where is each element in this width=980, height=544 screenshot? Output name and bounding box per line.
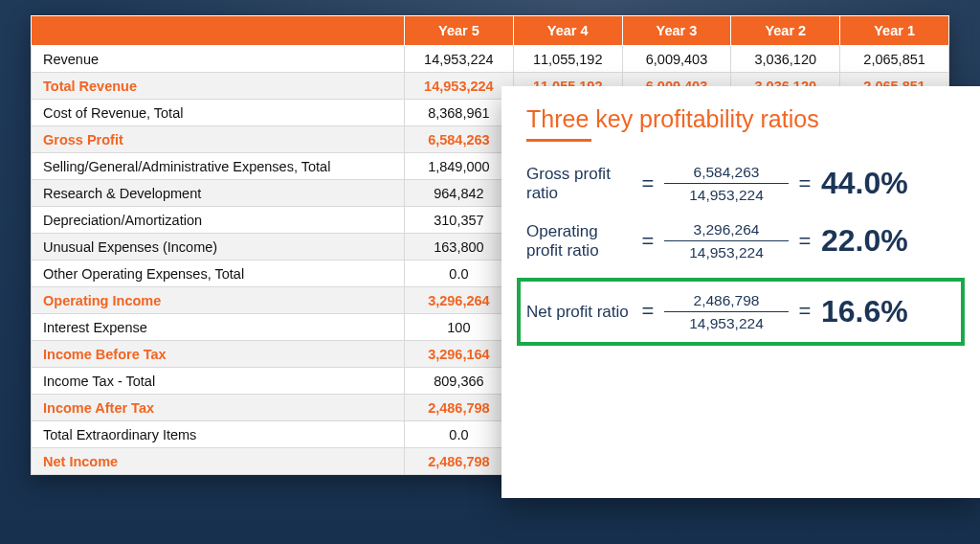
row-label: Net Income xyxy=(32,448,405,475)
equals-icon: = xyxy=(796,299,813,324)
fraction-bar xyxy=(664,240,789,241)
ratios-title: Three key profitability ratios xyxy=(526,105,955,133)
equals-icon: = xyxy=(796,171,813,196)
row-value: 163,800 xyxy=(405,234,514,261)
ratio-row: Operating profit ratio=3,296,26414,953,2… xyxy=(526,220,955,262)
ratio-numerator: 3,296,264 xyxy=(694,220,760,238)
row-value: 2,486,798 xyxy=(405,448,514,475)
ratio-row: Gross profit ratio=6,584,26314,953,224=4… xyxy=(526,163,955,205)
row-value: 1,849,000 xyxy=(405,153,514,180)
row-value: 964,842 xyxy=(405,180,514,207)
row-label: Cost of Revenue, Total xyxy=(32,100,405,126)
equals-icon: = xyxy=(639,171,657,196)
table-row: Revenue14,953,22411,055,1926,009,4033,03… xyxy=(32,46,949,73)
row-label: Income Tax - Total xyxy=(32,368,405,395)
row-value: 3,296,164 xyxy=(405,341,514,368)
ratios-card: Three key profitability ratios Gross pro… xyxy=(501,86,980,498)
ratio-numerator: 2,486,798 xyxy=(694,291,760,309)
row-label: Total Revenue xyxy=(32,73,405,100)
row-label: Depreciation/Amortization xyxy=(32,207,405,234)
row-label: Operating Income xyxy=(32,287,405,314)
row-label: Interest Expense xyxy=(32,314,405,341)
row-value: 100 xyxy=(405,314,514,341)
row-value: 809,366 xyxy=(405,368,514,395)
row-value: 6,584,263 xyxy=(405,126,514,153)
row-label: Selling/General/Administrative Expenses,… xyxy=(32,153,405,180)
row-value: 8,368,961 xyxy=(405,100,514,126)
ratio-fraction: 6,584,26314,953,224 xyxy=(664,163,789,205)
ratio-percent: 16.6% xyxy=(821,294,955,329)
ratio-label: Gross profit ratio xyxy=(526,165,632,202)
ratio-percent: 22.0% xyxy=(821,223,955,259)
table-header-year: Year 3 xyxy=(622,16,731,46)
ratio-fraction: 3,296,26414,953,224 xyxy=(664,220,789,262)
table-header: Year 5 Year 4 Year 3 Year 2 Year 1 xyxy=(32,16,949,46)
equals-icon: = xyxy=(639,299,657,324)
ratio-numerator: 6,584,263 xyxy=(694,163,760,181)
row-value: 2,065,851 xyxy=(840,46,949,73)
row-value: 14,953,224 xyxy=(405,73,514,100)
row-value: 0.0 xyxy=(405,261,514,287)
row-value: 3,036,120 xyxy=(731,46,840,73)
ratio-label: Operating profit ratio xyxy=(526,222,632,260)
table-header-year: Year 4 xyxy=(513,16,622,46)
fraction-bar xyxy=(664,183,789,184)
ratio-label: Net profit ratio xyxy=(526,303,632,322)
row-value: 310,357 xyxy=(405,207,514,234)
ratio-row: Net profit ratio=2,486,79814,953,224=16.… xyxy=(517,278,965,347)
row-label: Total Extraordinary Items xyxy=(32,421,405,448)
row-value: 2,486,798 xyxy=(405,395,514,421)
fraction-bar xyxy=(664,311,789,312)
row-value: 0.0 xyxy=(405,421,514,448)
ratio-percent: 44.0% xyxy=(821,166,955,201)
row-value: 11,055,192 xyxy=(513,46,622,73)
row-label: Gross Profit xyxy=(32,126,405,153)
row-label: Unusual Expenses (Income) xyxy=(32,234,405,261)
row-value: 6,009,403 xyxy=(622,46,731,73)
table-header-year: Year 1 xyxy=(840,16,949,46)
equals-icon: = xyxy=(639,229,657,254)
row-label: Revenue xyxy=(32,46,405,73)
row-value: 3,296,264 xyxy=(405,287,514,314)
equals-icon: = xyxy=(796,229,813,254)
ratio-denominator: 14,953,224 xyxy=(689,243,764,261)
ratio-fraction: 2,486,79814,953,224 xyxy=(664,291,789,333)
table-header-year: Year 5 xyxy=(405,16,514,46)
row-label: Other Operating Expenses, Total xyxy=(32,261,405,287)
ratio-denominator: 14,953,224 xyxy=(689,314,764,332)
row-label: Income After Tax xyxy=(32,395,405,421)
accent-rule xyxy=(526,139,591,142)
table-header-blank xyxy=(32,16,405,46)
row-label: Income Before Tax xyxy=(32,341,405,368)
table-header-year: Year 2 xyxy=(731,16,840,46)
ratio-denominator: 14,953,224 xyxy=(689,186,764,204)
row-value: 14,953,224 xyxy=(405,46,514,73)
row-label: Research & Development xyxy=(32,180,405,207)
